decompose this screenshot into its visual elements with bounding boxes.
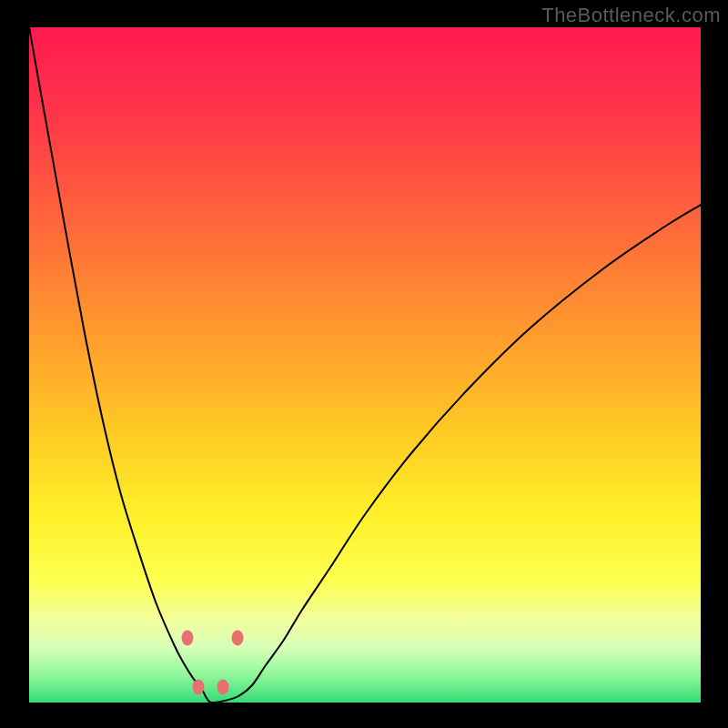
- curve-marker: [182, 631, 194, 646]
- gradient-background: [29, 27, 701, 703]
- plot-svg: [29, 27, 701, 703]
- watermark-text: TheBottleneck.com: [541, 4, 721, 27]
- curve-line: [29, 27, 701, 703]
- plot-area: [29, 27, 701, 703]
- marker-layer: [29, 27, 701, 703]
- curve-marker: [193, 680, 205, 695]
- curve-marker: [217, 680, 229, 695]
- chart-canvas: TheBottleneck.com: [0, 0, 728, 728]
- curve-marker: [232, 631, 244, 646]
